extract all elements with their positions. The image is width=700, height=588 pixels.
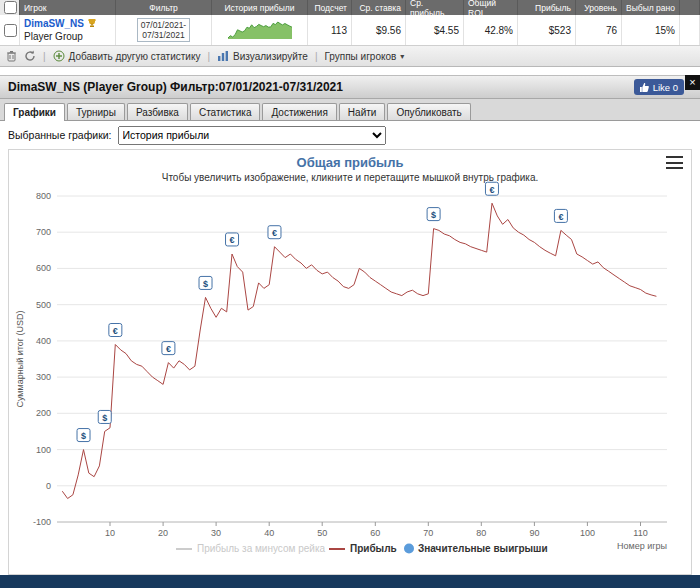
select-all-checkbox[interactable] [4, 1, 17, 14]
svg-text:Значительные выигрыши: Значительные выигрыши [418, 543, 548, 554]
graph-select-label: Выбранные графики: [8, 129, 112, 141]
significant-win-marker[interactable]: € [268, 226, 281, 239]
col-avg-stake[interactable]: Ср. ставка [352, 0, 406, 15]
player-group-label: Player Group [24, 31, 97, 43]
svg-text:€: € [113, 326, 118, 336]
significant-win-marker[interactable]: $ [427, 208, 440, 221]
thumbs-up-icon [640, 83, 649, 92]
legend-item-profit[interactable]: Прибыль [329, 543, 397, 554]
chart-icon [217, 50, 229, 62]
report-panel: DimaSW_NS (Player Group) Фильтр:07/01/20… [0, 75, 700, 575]
tab-bar: Графики Турниры Разбивка Статистика Дост… [0, 99, 700, 121]
refresh-button[interactable] [24, 50, 36, 62]
significant-win-marker[interactable]: € [162, 342, 175, 355]
y-tick-label: 100 [36, 445, 51, 455]
refresh-icon [24, 50, 36, 62]
count-value: 113 [308, 15, 352, 45]
col-level[interactable]: Уровень [576, 0, 622, 15]
graph-select[interactable]: История прибыли [118, 126, 386, 145]
col-profit-history[interactable]: История прибыли [212, 0, 308, 15]
tab-graphs[interactable]: Графики [4, 103, 65, 121]
avg-profit-value: $4.55 [406, 15, 464, 45]
panel-title: DimaSW_NS (Player Group) Фильтр:07/01/20… [0, 76, 700, 98]
y-tick-label: 0 [46, 481, 51, 491]
player-name-line[interactable]: DimaSW_NS [24, 18, 97, 31]
date-filter-value[interactable]: 07/01/2021- 07/31/2021 [137, 18, 190, 42]
graph-select-row: Выбранные графики: История прибыли [0, 121, 700, 147]
significant-win-marker[interactable]: € [109, 324, 122, 337]
x-tick-label: 100 [580, 528, 595, 538]
footer-bar [0, 575, 700, 588]
x-tick-label: 80 [476, 528, 486, 538]
col-avg-profit[interactable]: Ср. прибыль [406, 0, 464, 15]
x-tick-label: 110 [633, 528, 647, 538]
svg-text:$: $ [431, 210, 436, 220]
y-tick-label: 300 [36, 372, 51, 382]
profit-value: $523 [518, 15, 576, 45]
significant-win-marker[interactable]: $ [77, 429, 90, 442]
col-player[interactable]: Игрок [20, 0, 116, 15]
tab-breakdown[interactable]: Разбивка [127, 103, 188, 120]
svg-text:€: € [272, 228, 277, 238]
page: Игрок Фильтр История прибыли Подсчет Ср.… [0, 0, 700, 588]
y-tick-label: 200 [36, 408, 51, 418]
tab-tournaments[interactable]: Турниры [67, 103, 125, 120]
filter-cell[interactable]: 07/01/2021- 07/31/2021 [116, 15, 212, 45]
tab-publish[interactable]: Опубликовать [387, 103, 470, 120]
table-row[interactable]: DimaSW_NS Player Group 07/01/2021- 07/31… [0, 15, 700, 46]
x-tick-label: 90 [529, 528, 539, 538]
trash-icon [6, 50, 17, 62]
plus-circle-icon [53, 50, 65, 62]
significant-win-marker[interactable]: $ [199, 276, 212, 289]
player-name[interactable]: DimaSW_NS [24, 18, 84, 30]
add-statistic-button[interactable]: Добавить другую статистику [53, 50, 201, 62]
svg-text:$: $ [81, 431, 86, 441]
facebook-like-button[interactable]: Like 0 [634, 79, 684, 95]
chart-subtitle: Чтобы увеличить изображение, кликните и … [162, 172, 539, 183]
row-checkbox[interactable] [4, 24, 17, 37]
tab-achievements[interactable]: Достижения [262, 103, 336, 120]
svg-text:€: € [558, 212, 563, 222]
col-profit[interactable]: Прибыль [518, 0, 576, 15]
significant-win-marker[interactable]: € [485, 182, 498, 195]
profit-chart[interactable]: Общая прибыльЧтобы увеличить изображение… [9, 150, 691, 574]
y-tick-label: 500 [36, 300, 51, 310]
sparkline-cell[interactable] [212, 15, 308, 45]
svg-text:€: € [230, 235, 235, 245]
x-tick-label: 50 [317, 528, 327, 538]
player-groups-dropdown[interactable]: Группы игроков ▾ [324, 51, 404, 62]
col-roi[interactable]: Общий ROI [464, 0, 518, 15]
x-tick-label: 20 [158, 528, 168, 538]
header-checkbox-cell [0, 0, 20, 15]
close-icon[interactable]: × [685, 75, 700, 90]
significant-win-marker[interactable]: € [554, 209, 567, 222]
delete-button[interactable] [6, 50, 17, 62]
chart-container: Общая прибыльЧтобы увеличить изображение… [8, 149, 692, 575]
y-tick-label: -100 [33, 517, 51, 527]
x-axis-title: Номер игры [617, 541, 667, 551]
profit-line[interactable] [62, 203, 656, 498]
legend-item-rake-free-profit[interactable]: Прибыль за минусом рейка [176, 543, 326, 554]
tab-find[interactable]: Найти [339, 103, 386, 120]
y-tick-label: 800 [36, 191, 51, 201]
col-filter[interactable]: Фильтр [116, 0, 212, 15]
visualize-button[interactable]: Визуализируйте [217, 50, 308, 62]
toolbar-separator: | [315, 51, 318, 62]
x-tick-label: 60 [370, 528, 380, 538]
player-cell: DimaSW_NS Player Group [20, 15, 116, 45]
toolbar: | Добавить другую статистику | Визуализи… [0, 45, 700, 67]
significant-win-marker[interactable]: $ [98, 410, 111, 423]
col-busted-early[interactable]: Выбыл рано [622, 0, 680, 15]
significant-win-marker[interactable]: € [226, 233, 239, 246]
legend-item-significant-wins[interactable]: Значительные выигрыши [404, 543, 548, 554]
toolbar-separator: | [207, 51, 210, 62]
player-stats-table: Игрок Фильтр История прибыли Подсчет Ср.… [0, 0, 700, 46]
tab-statistics[interactable]: Статистика [190, 103, 261, 120]
trophy-icon [87, 18, 97, 31]
col-count[interactable]: Подсчет [308, 0, 352, 15]
avg-stake-value: $9.56 [352, 15, 406, 45]
row-filler [680, 15, 700, 45]
chart-menu-icon[interactable] [666, 156, 683, 169]
chart-title: Общая прибыль [297, 155, 404, 170]
y-tick-label: 700 [36, 227, 51, 237]
